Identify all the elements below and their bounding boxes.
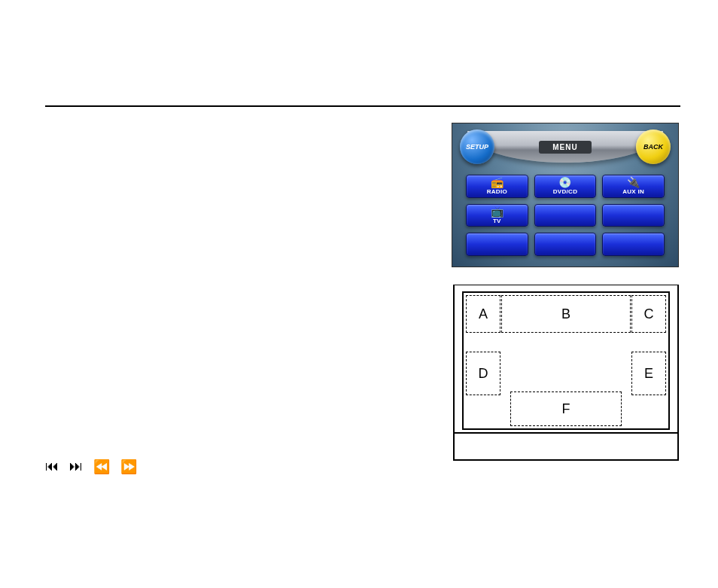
- tile-dvd-cd[interactable]: 💿 DVD/CD: [534, 175, 597, 198]
- tile-label: TV: [493, 218, 501, 224]
- zone-d: D: [466, 352, 500, 395]
- menu-screenshot: MENU SETUP BACK 📻 RADIO 💿 DVD/CD 🔌 AUX I…: [452, 123, 679, 267]
- zone-label: E: [644, 366, 653, 382]
- zone-label: A: [479, 306, 488, 322]
- zone-label: C: [644, 306, 654, 322]
- tile-tv[interactable]: 📺 TV: [466, 204, 528, 227]
- zone-f: F: [510, 391, 622, 426]
- tile-label: AUX IN: [622, 188, 644, 195]
- menu-banner-label: MENU: [539, 141, 591, 154]
- tile-radio[interactable]: 📻 RADIO: [466, 175, 528, 198]
- menu-banner: MENU: [467, 131, 663, 163]
- tile-empty[interactable]: [602, 204, 665, 227]
- zone-label: D: [479, 366, 488, 382]
- menu-grid: 📻 RADIO 💿 DVD/CD 🔌 AUX IN 📺 TV: [466, 175, 665, 256]
- setup-button-label: SETUP: [466, 143, 488, 151]
- rewind-icon: ⏪: [93, 459, 110, 475]
- zone-c: C: [631, 295, 666, 333]
- zone-b: B: [501, 295, 631, 333]
- tile-empty[interactable]: [466, 233, 528, 256]
- zone-label: F: [562, 401, 570, 417]
- touch-zone-diagram: A B C D E F: [453, 285, 679, 461]
- skip-forward-icon: ⏭: [69, 459, 83, 475]
- tile-empty[interactable]: [534, 233, 597, 256]
- transport-icons-row: ⏮ ⏭ ⏪ ⏩: [45, 459, 137, 475]
- radio-icon: 📻: [491, 177, 504, 187]
- tile-empty[interactable]: [602, 233, 665, 256]
- setup-button[interactable]: SETUP: [460, 129, 494, 164]
- tile-aux-in[interactable]: 🔌 AUX IN: [602, 175, 665, 198]
- tile-label: RADIO: [487, 188, 507, 195]
- tv-icon: 📺: [491, 206, 504, 217]
- skip-back-icon: ⏮: [45, 459, 59, 475]
- tile-label: DVD/CD: [553, 188, 577, 195]
- diagram-bezel-bottom: [455, 432, 677, 459]
- horizontal-rule: [45, 105, 680, 107]
- zone-e: E: [631, 352, 666, 395]
- disc-icon: 💿: [558, 177, 571, 187]
- zone-a: A: [466, 295, 500, 333]
- diagram-outer-frame: A B C D E F: [453, 285, 679, 461]
- back-button[interactable]: BACK: [636, 129, 671, 164]
- fast-forward-icon: ⏩: [120, 459, 137, 475]
- back-button-label: BACK: [643, 143, 663, 151]
- tile-empty[interactable]: [534, 204, 597, 227]
- diagram-screen-area: A B C D E F: [462, 291, 670, 430]
- zone-label: B: [561, 306, 570, 322]
- aux-icon: 🔌: [627, 177, 640, 187]
